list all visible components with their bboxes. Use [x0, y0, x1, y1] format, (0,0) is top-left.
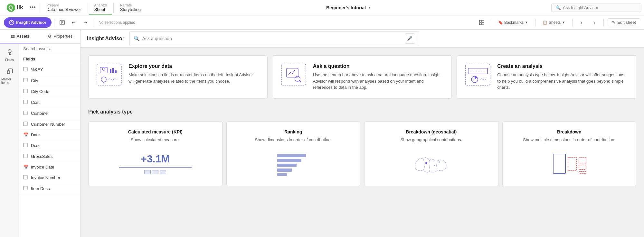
insight-advisor-label: Insight Advisor: [16, 20, 46, 25]
sidebar-item-fields[interactable]: Fields: [0, 46, 19, 64]
breakdown-card-desc: Show multiple dimensions in order of con…: [523, 137, 615, 143]
app-title-text: Beginner's tutorial: [326, 5, 366, 10]
nav-analyze[interactable]: Analyze Sheet: [89, 0, 112, 15]
nav-search-input[interactable]: [563, 5, 637, 10]
analyze-sub-label: Analyze: [94, 3, 107, 7]
field-item[interactable]: GrossSales: [19, 151, 80, 162]
svg-point-11: [8, 50, 11, 53]
forward-button[interactable]: ↪: [80, 17, 90, 28]
field-item[interactable]: %KEY: [19, 64, 80, 75]
svg-text:Q: Q: [8, 5, 13, 11]
svg-rect-8: [482, 20, 484, 22]
svg-rect-18: [24, 111, 27, 115]
breakdown-card-title: Breakdown: [557, 129, 581, 134]
kpi-box-3: [160, 170, 166, 174]
smart-search-icon: [59, 20, 65, 25]
field-item[interactable]: Customer Number: [19, 119, 80, 130]
field-icon: [23, 143, 28, 148]
master-items-nav-label: Master items: [1, 77, 18, 85]
smart-search-button[interactable]: [57, 17, 67, 28]
field-item[interactable]: Cost: [19, 97, 80, 108]
field-item[interactable]: 📅Invoice Date: [19, 162, 80, 172]
fields-list: %KEYCityCity CodeCostCustomerCustomer Nu…: [19, 64, 80, 237]
prev-sheet-button[interactable]: ‹: [576, 17, 587, 28]
create-card-desc: Choose an analysis type below. Insight A…: [497, 72, 628, 91]
create-card-text: Create an analysis Choose an analysis ty…: [497, 63, 628, 91]
ia-search-bar[interactable]: 🔍 🎤: [129, 31, 419, 46]
svg-rect-16: [24, 89, 27, 93]
nav-search-bar[interactable]: 🔍: [551, 4, 641, 12]
kpi-box-1: [144, 170, 151, 174]
analysis-card-breakdown[interactable]: Breakdown Show multiple dimensions in or…: [502, 121, 637, 186]
svg-rect-40: [466, 64, 490, 85]
nav-narrate[interactable]: Narrate Storytelling: [115, 0, 146, 15]
svg-rect-7: [479, 20, 481, 22]
top-navigation: Q lik ••• Prepare Data model viewer Anal…: [0, 0, 644, 15]
analysis-card-kpi[interactable]: Calculated measure (KPI) Show calculated…: [88, 121, 223, 186]
field-name: Desc: [31, 143, 41, 148]
geo-card-title: Breakdown (geospatial): [406, 129, 457, 134]
microphone-button[interactable]: 🎤: [405, 33, 415, 44]
right-arrow-icon: ›: [594, 20, 595, 25]
insight-icon: [9, 20, 14, 25]
app-title[interactable]: Beginner's tutorial ▼: [326, 5, 371, 10]
search-assets-input[interactable]: [23, 46, 76, 51]
kpi-card-title: Calculated measure (KPI): [128, 129, 183, 134]
svg-rect-43: [277, 164, 297, 167]
ranking-card-desc: Show dimensions in order of contribution…: [255, 137, 332, 143]
sheets-button[interactable]: 📋 Sheets ▼: [539, 19, 568, 26]
analyze-main-label: Sheet: [94, 7, 107, 12]
grid-view-button[interactable]: [477, 17, 487, 28]
sidebar-item-master-items[interactable]: Master items: [0, 66, 19, 87]
field-item[interactable]: Item Desc: [19, 183, 80, 194]
field-name: Cost: [31, 100, 40, 105]
logo-text: lik: [17, 4, 23, 11]
analysis-card-geospatial[interactable]: Breakdown (geospatial) Show geographical…: [364, 121, 498, 186]
tab-properties[interactable]: ⚙ Properties: [40, 30, 80, 43]
field-item[interactable]: Desc: [19, 140, 80, 151]
more-options-button[interactable]: •••: [27, 4, 38, 11]
nav-prepare[interactable]: Prepare Data model viewer: [41, 0, 86, 15]
kpi-box-2: [152, 170, 158, 174]
insight-advisor-toolbar-button[interactable]: Insight Advisor: [4, 17, 52, 28]
grid-icon: [479, 20, 485, 25]
analysis-card-ranking[interactable]: Ranking Show dimensions in order of cont…: [226, 121, 361, 186]
field-icon: 📅: [23, 132, 28, 137]
field-name: Customer Number: [31, 122, 65, 127]
info-cards-row: Explore your data Make selections in fie…: [88, 55, 636, 99]
insight-advisor-header: Insight Advisor 🔍 🎤: [80, 30, 644, 48]
right-content: Insight Advisor 🔍 🎤: [80, 30, 644, 237]
ask-card-text: Ask a question Use the search bar above …: [313, 63, 444, 91]
field-item[interactable]: City: [19, 75, 80, 86]
no-selections-label: No selections applied: [96, 20, 138, 25]
edit-sheet-button[interactable]: ✎ Edit sheet: [608, 18, 640, 26]
field-item[interactable]: Customer: [19, 108, 80, 119]
bookmarks-button[interactable]: 🔖 Bookmarks ▼: [495, 19, 531, 26]
properties-tab-label: Properties: [53, 34, 72, 39]
search-assets-area[interactable]: [19, 44, 80, 54]
field-icon: [23, 122, 28, 127]
field-name: %KEY: [31, 67, 43, 72]
svg-rect-50: [568, 157, 576, 171]
create-card-title: Create an analysis: [497, 63, 628, 69]
tab-assets[interactable]: ▦ Assets: [0, 30, 40, 43]
field-name: Customer: [31, 111, 49, 116]
nav-center: Beginner's tutorial ▼: [146, 5, 551, 10]
ia-search-input[interactable]: [142, 36, 402, 41]
microphone-icon: 🎤: [407, 36, 412, 41]
field-item[interactable]: 📅Date: [19, 130, 80, 140]
ranking-visual: [233, 149, 354, 178]
ask-icon-area: [281, 63, 307, 86]
explore-data-card: Explore your data Make selections in fie…: [88, 55, 268, 99]
field-item[interactable]: Invoice Number: [19, 172, 80, 183]
kpi-card-desc: Show calculated measure.: [131, 137, 180, 143]
kpi-visual: +3.1M: [95, 149, 216, 178]
next-sheet-button[interactable]: ›: [589, 17, 600, 28]
back-button[interactable]: ↩: [69, 17, 79, 28]
breakdown-visual: [509, 149, 630, 178]
analysis-section: Pick analysis type Calculated measure (K…: [88, 109, 636, 186]
field-item[interactable]: City Code: [19, 86, 80, 97]
prepare-main-label: Data model viewer: [46, 7, 81, 12]
field-name: City Code: [31, 89, 49, 94]
toolbar-separator-5: [572, 19, 573, 26]
